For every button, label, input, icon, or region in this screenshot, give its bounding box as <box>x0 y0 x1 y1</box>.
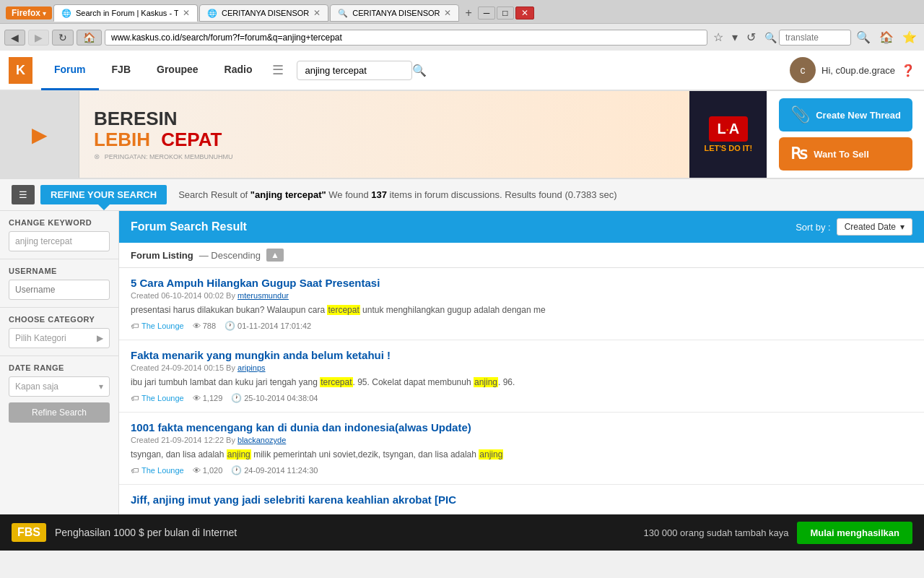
browser-tab-2[interactable]: 🌐 CERITANYA DISENSOR ✕ <box>199 4 328 22</box>
create-thread-icon: 📎 <box>790 105 810 124</box>
thread-title-1[interactable]: 5 Cara Ampuh Hilangkan Gugup Saat Presen… <box>131 277 912 289</box>
refine-search-label: REFINE YOUR SEARCH <box>51 189 157 200</box>
translate-search-button[interactable]: 🔍 <box>853 29 873 46</box>
tab1-close-icon[interactable]: ✕ <box>183 8 190 18</box>
thread-item: Fakta menarik yang mungkin anda belum ke… <box>119 340 924 413</box>
tab2-label: CERITANYA DISENSOR <box>222 9 309 17</box>
want-to-sell-button[interactable]: ₨ Want To Sell <box>779 137 912 171</box>
thread-meta-3: Created 21-09-2014 12:22 By blackanozyde <box>131 436 912 444</box>
reload-button[interactable]: ↻ <box>52 30 74 46</box>
home-button[interactable]: 🏠 <box>77 30 102 46</box>
thread-author-3[interactable]: blackanozyde <box>237 436 286 444</box>
thread-created-1: Created 06-10-2014 00:02 <box>131 291 224 300</box>
eye-icon-3: 👁 <box>193 466 201 475</box>
create-thread-button[interactable]: 📎 Create New Thread <box>779 98 912 131</box>
minimize-button[interactable]: ─ <box>478 7 496 20</box>
listing-dir: — Descending <box>199 250 261 261</box>
banner-warning-text: PERINGATAN: MEROKOK MEMBUNUHMU <box>105 153 233 160</box>
tab3-close-icon[interactable]: ✕ <box>444 8 451 18</box>
highlight1-1: tercepat <box>327 305 359 315</box>
browser-tab-3[interactable]: 🔍 CERITANYA DISENSOR ✕ <box>330 4 459 22</box>
refresh-icon[interactable]: ↺ <box>744 29 759 46</box>
category-name-3[interactable]: The Lounge <box>141 466 184 475</box>
back-button[interactable]: ◀ <box>4 30 25 46</box>
refine-search-button[interactable]: REFINE YOUR SEARCH <box>40 185 167 204</box>
thread-category-3: 🏷 The Lounge <box>131 466 184 475</box>
result-count: 137 <box>371 189 387 200</box>
forward-button[interactable]: ▶ <box>28 30 49 46</box>
help-icon[interactable]: ❓ <box>901 64 915 77</box>
create-thread-label: Create New Thread <box>816 110 901 121</box>
header-search-button[interactable]: 🔍 <box>412 64 427 77</box>
header-search-input[interactable] <box>297 61 412 80</box>
thread-views-2: 👁 1,129 <box>193 394 223 402</box>
thread-by-1: By <box>226 291 237 300</box>
date-select[interactable]: Kapan saja ▾ <box>9 376 110 397</box>
thread-title-3[interactable]: 1001 fakta mencengang kan di dunia dan i… <box>131 421 912 434</box>
category-label: CHOOSE CATEGORY <box>9 315 110 324</box>
thread-lastdate-3: 🕐 24-09-2014 11:24:30 <box>231 465 318 475</box>
tag-icon-1: 🏷 <box>131 322 139 330</box>
thread-tags-2: 🏷 The Lounge 👁 1,129 🕐 25-10-2014 04:38:… <box>131 393 912 403</box>
nav-menu-icon[interactable]: ☰ <box>265 62 291 78</box>
new-tab-button[interactable]: + <box>461 5 476 21</box>
search-query: anjing tercepat <box>255 189 321 200</box>
translate-search-input[interactable] <box>779 30 851 46</box>
nav-bookmark-icon[interactable]: ⭐ <box>899 29 920 46</box>
nav-home-icon[interactable]: 🏠 <box>876 29 897 46</box>
bookmark-down-icon[interactable]: ▾ <box>729 29 741 46</box>
thread-by-2: By <box>226 363 237 372</box>
thread-title-4[interactable]: Jiff, anjing imut yang jadi selebriti ka… <box>131 493 912 506</box>
browser-tab-bar: Firefox ▾ 🌐 Search in Forum | Kaskus - T… <box>0 0 924 23</box>
clock-icon-2: 🕐 <box>231 393 242 403</box>
category-select[interactable]: Pilih Kategori ▶ <box>9 328 110 348</box>
nav-fjb-label: FJB <box>112 64 131 75</box>
tab1-label: Search in Forum | Kaskus - The Large... <box>76 9 178 17</box>
listing-toggle-btn[interactable]: ▲ <box>266 249 284 262</box>
search-bar: ☰ REFINE YOUR SEARCH Search Result of "a… <box>0 179 924 211</box>
address-bar[interactable] <box>105 30 707 46</box>
thread-tags-1: 🏷 The Lounge 👁 788 🕐 01-11-2014 17:01:42 <box>131 321 912 331</box>
thread-author-1[interactable]: mterusmundur <box>237 291 289 300</box>
keyword-input[interactable] <box>9 231 110 251</box>
nav-item-radio[interactable]: Radio <box>212 50 266 90</box>
maximize-button[interactable]: □ <box>497 7 513 20</box>
username-input[interactable] <box>9 280 110 300</box>
sort-by-label: Sort by : <box>796 222 830 233</box>
thread-author-2[interactable]: aripinps <box>237 363 266 372</box>
site-logo[interactable]: K <box>9 57 32 84</box>
nav-item-groupee[interactable]: Groupee <box>144 50 212 90</box>
ad-text2: 130 000 orang sudah tambah kaya <box>644 527 789 538</box>
nav-item-fjb[interactable]: FJB <box>99 50 144 90</box>
list-icon-btn[interactable]: ☰ <box>12 185 35 204</box>
tab2-close-icon[interactable]: ✕ <box>313 8 321 18</box>
sidebar-username-section: USERNAME <box>0 259 118 307</box>
banner-tagline: LET'S DO IT! <box>704 144 752 152</box>
keyword-label: CHANGE KEYWORD <box>9 218 110 227</box>
result-prefix: Search Result of <box>178 189 250 200</box>
eye-icon-2: 👁 <box>193 394 201 402</box>
firefox-menu-btn[interactable]: Firefox ▾ <box>6 7 52 20</box>
ad-text: Penghasilan 1000 $ per bulan di Internet <box>55 527 635 538</box>
thread-title-2[interactable]: Fakta menarik yang mungkin anda belum ke… <box>131 349 912 361</box>
excerpt-before-2: ibu jari tumbuh lambat dan kuku jari ten… <box>131 377 320 387</box>
nav-groupee-label: Groupee <box>157 64 199 75</box>
bookmark-star-icon[interactable]: ☆ <box>710 29 726 46</box>
thread4-highlight: anjing <box>153 493 185 506</box>
category-name-2[interactable]: The Lounge <box>141 394 184 402</box>
close-button[interactable]: ✕ <box>515 7 534 20</box>
sort-dropdown[interactable]: Created Date ▾ <box>837 218 912 236</box>
thread4-title-after: imut yang jadi selebriti karena keahlian… <box>188 493 456 506</box>
clock-icon-1: 🕐 <box>225 321 235 331</box>
category-name-1[interactable]: The Lounge <box>141 322 184 330</box>
thread-created-2: Created 24-09-2014 00:15 <box>131 363 224 372</box>
sort-dropdown-icon: ▾ <box>900 222 905 232</box>
nav-item-forum[interactable]: Forum <box>41 50 99 90</box>
banner-text1: BERESIN <box>94 108 178 129</box>
ad-button[interactable]: Mulai menghasilkan <box>797 522 912 544</box>
clock-icon-3: 🕐 <box>231 465 242 475</box>
refine-search-btn[interactable]: Refine Search <box>9 402 110 423</box>
browser-tab-1[interactable]: 🌐 Search in Forum | Kaskus - The Large..… <box>53 4 198 22</box>
results-panel: Forum Search Result Sort by : Created Da… <box>119 211 924 522</box>
username-label: USERNAME <box>9 267 110 275</box>
